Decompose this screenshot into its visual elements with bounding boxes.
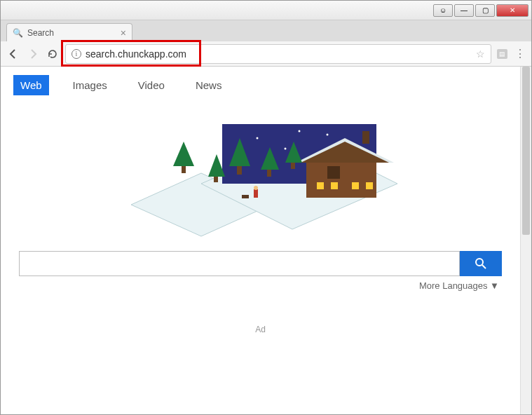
- svg-point-28: [254, 186, 258, 190]
- tab-bar: 🔍 Search ×: [1, 20, 531, 41]
- svg-rect-11: [327, 166, 340, 179]
- forward-button[interactable]: [26, 47, 40, 61]
- svg-rect-27: [254, 189, 258, 198]
- svg-point-5: [326, 134, 328, 136]
- svg-rect-29: [242, 195, 249, 198]
- svg-rect-14: [352, 182, 359, 189]
- browser-toolbar: i search.chunckapp.com ☆ ▤ ⋮: [1, 41, 531, 67]
- svg-marker-17: [173, 142, 194, 166]
- svg-rect-26: [291, 163, 295, 169]
- vertical-scrollbar[interactable]: [520, 67, 531, 415]
- svg-rect-12: [317, 182, 324, 189]
- reload-button[interactable]: [46, 47, 60, 61]
- back-button[interactable]: [6, 47, 20, 61]
- svg-rect-20: [214, 177, 218, 182]
- url-text: search.chunckapp.com: [86, 48, 186, 60]
- search-icon: 🔍: [13, 28, 23, 38]
- scrollbar-thumb[interactable]: [522, 67, 530, 235]
- svg-rect-22: [237, 166, 242, 175]
- page-content: Web Images Video News: [1, 67, 520, 415]
- tab-news[interactable]: News: [189, 75, 229, 95]
- bookmark-star-icon[interactable]: ☆: [476, 48, 485, 60]
- svg-line-31: [482, 265, 486, 268]
- svg-rect-24: [267, 170, 271, 177]
- tab-web[interactable]: Web: [13, 75, 49, 95]
- minimize-button[interactable]: —: [454, 4, 474, 17]
- svg-rect-16: [362, 131, 369, 144]
- browser-tab[interactable]: 🔍 Search ×: [6, 23, 132, 41]
- svg-rect-13: [331, 182, 338, 189]
- window-titlebar: ☺ — ▢ ✕: [1, 1, 531, 20]
- search-category-tabs: Web Images Video News: [13, 75, 507, 95]
- chrome-menu-icon[interactable]: ⋮: [514, 47, 526, 60]
- search-input[interactable]: [19, 251, 460, 276]
- magnifier-icon: [474, 257, 488, 271]
- svg-point-30: [476, 259, 483, 266]
- address-bar[interactable]: i search.chunckapp.com ☆: [65, 44, 491, 64]
- svg-point-7: [298, 130, 300, 132]
- more-languages-link[interactable]: More Languages ▼: [13, 280, 499, 291]
- svg-point-4: [284, 148, 286, 150]
- ad-label: Ad: [13, 325, 507, 334]
- search-button[interactable]: [460, 251, 502, 276]
- tab-images[interactable]: Images: [66, 75, 114, 95]
- svg-point-3: [256, 137, 258, 140]
- hero-illustration: [13, 100, 507, 243]
- search-bar: [19, 251, 502, 276]
- tab-close-icon[interactable]: ×: [121, 27, 126, 39]
- svg-rect-8: [306, 163, 376, 198]
- svg-rect-15: [366, 182, 373, 189]
- tab-title: Search: [27, 28, 54, 38]
- close-button[interactable]: ✕: [496, 4, 528, 17]
- user-icon[interactable]: ☺: [433, 4, 453, 17]
- pdf-icon[interactable]: ▤: [497, 49, 507, 59]
- maximize-button[interactable]: ▢: [475, 4, 495, 17]
- svg-rect-18: [182, 166, 186, 173]
- info-icon[interactable]: i: [71, 49, 81, 59]
- tab-video[interactable]: Video: [131, 75, 172, 95]
